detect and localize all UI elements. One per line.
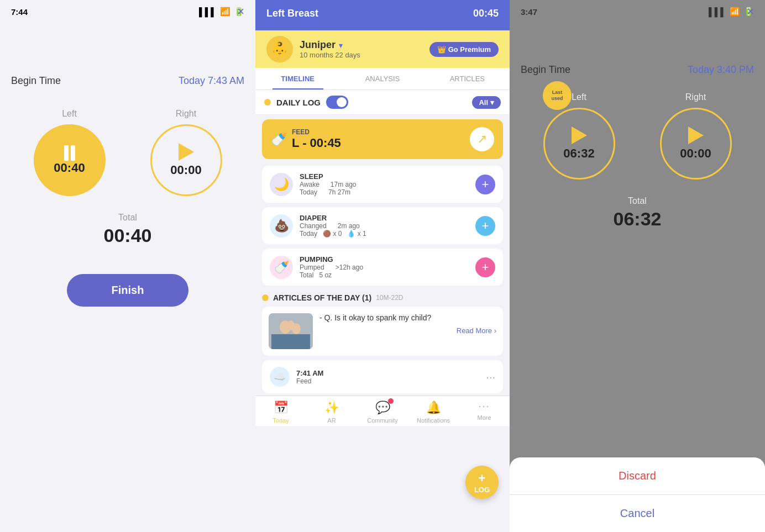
pumping-title: PUMPING: [300, 255, 469, 264]
more-label: More: [477, 414, 491, 421]
signal-icon: ▌▌▌: [199, 7, 217, 17]
articles-dot: [262, 294, 269, 301]
diaper-status-text: Changed: [300, 222, 327, 230]
cancel-button[interactable]: Cancel: [510, 495, 765, 532]
tab-timeline[interactable]: TIMELINE: [255, 68, 340, 89]
articles-section: ARTICLES OF THE DAY (1) 10M-22D: [262, 293, 503, 302]
today-label: Today: [273, 417, 289, 424]
right-label-3: Right: [685, 92, 706, 102]
article-card[interactable]: - Q. Is it okay to spank my child? Read …: [262, 307, 503, 356]
sleep-info: SLEEP Awake 17m ago Today 7h 27m: [300, 172, 469, 196]
read-more-link[interactable]: Read More ›: [319, 326, 496, 335]
tab-analysis[interactable]: ANALYSIS: [340, 68, 425, 89]
timeline-info: 7:41 AM Feed: [296, 369, 479, 385]
right-timer-circle-3[interactable]: 00:00: [660, 108, 732, 180]
log-fab-label: LOG: [474, 486, 490, 494]
nav-today[interactable]: 📅 Today: [255, 401, 306, 424]
finish-button[interactable]: Finish: [67, 274, 188, 307]
plus-fab-icon: +: [479, 471, 486, 486]
sleep-status: Awake 17m ago: [300, 181, 469, 188]
tab-articles[interactable]: ARTICLES: [425, 68, 510, 89]
avatar: 👶: [266, 36, 293, 62]
total-section-3: Total 06:32: [521, 196, 754, 230]
all-label: All: [479, 98, 488, 107]
daily-log-row: DAILY LOG All ▾: [255, 90, 510, 115]
time-1: 7:44: [11, 7, 28, 17]
tabs-row: TIMELINE ANALYSIS ARTICLES: [255, 68, 510, 90]
begin-time-value-3: Today 3:40 PM: [688, 64, 754, 76]
right-time-3: 00:00: [680, 146, 711, 161]
close-button-1[interactable]: ×: [237, 4, 244, 19]
bottom-nav: 📅 Today ✨ AR 💬 Community 🔔 Notifications…: [255, 396, 510, 426]
bottle-icon: 🍼: [271, 131, 287, 147]
total-label-1: Total: [118, 213, 137, 223]
articles-title: ARTICLES OF THE DAY (1): [273, 293, 371, 302]
left-timer-col: Left 00:40: [34, 109, 106, 196]
pumping-add-button[interactable]: +: [475, 257, 495, 277]
dropdown-icon[interactable]: ▾: [339, 41, 343, 50]
left-time-1: 00:40: [54, 161, 85, 175]
diaper-icon-circle: 💩: [270, 214, 293, 238]
left-timer-circle[interactable]: 00:40: [34, 124, 106, 196]
panel1-content: Begin Time Today 7:43 AM Left 00:40 Righ…: [0, 20, 255, 532]
feed-arrow-button[interactable]: ↗: [470, 127, 494, 151]
right-timer-col-3: Right 00:00: [660, 92, 732, 180]
header-top: Left Breast 00:45: [266, 8, 499, 19]
nav-ar[interactable]: ✨ AR: [306, 401, 357, 424]
crown-icon: 👑: [437, 45, 446, 54]
profile-info: Juniper ▾ 10 months 22 days: [300, 39, 360, 59]
log-fab-button[interactable]: + LOG: [465, 466, 499, 499]
last-used-container: Lastused: [543, 81, 572, 110]
right-timer-circle[interactable]: 00:00: [150, 124, 222, 196]
feed-card[interactable]: 🍼 FEED L - 00:45 ↗: [262, 119, 503, 159]
more-options-icon[interactable]: ···: [486, 371, 495, 383]
nav-community[interactable]: 💬 Community: [357, 401, 408, 424]
begin-time-label-1: Begin Time: [11, 75, 61, 87]
left-label-1: Left: [62, 109, 77, 119]
sleep-title: SLEEP: [300, 172, 469, 181]
ar-label: AR: [327, 417, 336, 424]
daily-log-toggle[interactable]: [326, 96, 348, 109]
article-thumbnail: [269, 313, 313, 349]
sleep-add-button[interactable]: +: [475, 175, 495, 194]
play-icon-right-3: [688, 127, 704, 144]
diaper-wet: 💧 x 1: [347, 230, 366, 238]
svg-rect-4: [271, 334, 310, 349]
arrow-icon: ↗: [477, 132, 487, 146]
pumping-icon-circle: 🍼: [270, 256, 293, 279]
begin-time-row-3: Begin Time Today 3:40 PM: [521, 64, 754, 76]
sleep-icon-circle: 🌙: [270, 173, 293, 196]
daily-log-label: DAILY LOG: [276, 98, 321, 107]
total-time-1: 00:40: [104, 225, 152, 246]
diaper-add-button[interactable]: +: [475, 216, 495, 236]
profile-row: 👶 Juniper ▾ 10 months 22 days 👑 Go Premi…: [255, 30, 510, 68]
pumping-total-value: 5 oz: [319, 271, 332, 279]
pause-icon: [64, 145, 75, 161]
feed-info: 🍼 FEED L - 00:45: [271, 128, 341, 150]
chevron-down-icon: ▾: [490, 98, 494, 107]
articles-date: 10M-22D: [376, 294, 403, 302]
left-timer-circle-3[interactable]: 06:32: [543, 108, 615, 180]
sleep-status-text: Awake: [300, 181, 319, 188]
signal-icon-3: ▌▌▌: [709, 7, 726, 17]
begin-time-label-3: Begin Time: [521, 64, 570, 76]
premium-button[interactable]: 👑 Go Premium: [429, 42, 499, 57]
all-filter-button[interactable]: All ▾: [472, 96, 501, 109]
right-timer-col: Right 00:00: [150, 109, 222, 196]
today-icon: 📅: [274, 401, 289, 415]
discard-button[interactable]: Discard: [510, 457, 765, 495]
last-used-badge: Lastused: [543, 81, 572, 110]
dot-yellow: [264, 99, 271, 106]
pumping-status-text: Pumped: [300, 264, 324, 271]
panel2-timer: 00:45: [473, 8, 499, 19]
close-button-3[interactable]: ×: [747, 4, 754, 19]
ar-icon: ✨: [324, 401, 339, 415]
begin-time-value-1: Today 7:43 AM: [179, 75, 244, 87]
nav-more[interactable]: ··· More: [459, 401, 510, 424]
panel2-header: Left Breast 00:45: [255, 0, 510, 30]
statusbar-1: 7:44 ▌▌▌ 📶 🔋: [0, 0, 255, 20]
timers-row-3: Lastused Left 06:32 Right 00:00: [521, 92, 754, 180]
more-icon: ···: [478, 401, 490, 412]
panel2-title: Left Breast: [266, 8, 318, 19]
nav-notifications[interactable]: 🔔 Notifications: [408, 401, 459, 424]
